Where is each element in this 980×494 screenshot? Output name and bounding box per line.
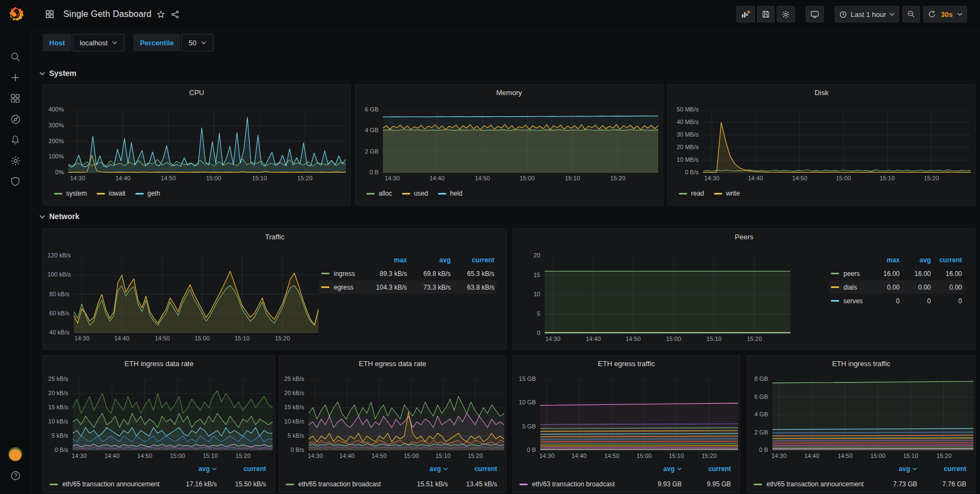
panel-title[interactable]: Peers xyxy=(513,233,975,241)
panel-title[interactable]: ETH ingress traffic xyxy=(747,360,975,368)
chevron-down-icon xyxy=(112,41,117,44)
series-color-dash xyxy=(714,193,722,195)
legend-item[interactable]: geth xyxy=(135,190,160,197)
legend-item[interactable]: read xyxy=(679,190,704,197)
legend-col-max[interactable]: max xyxy=(360,256,407,264)
panel-title[interactable]: ETH ingress data rate xyxy=(43,360,275,368)
legend-col-current[interactable]: current xyxy=(682,465,731,473)
legend-col-avg[interactable]: avg xyxy=(868,465,917,473)
peers-legend-table: max avg current peers 16.00 16.00 16.00 … xyxy=(829,253,964,308)
row-header-network[interactable]: Network xyxy=(39,212,79,221)
disk-legend: read write xyxy=(679,190,740,197)
panel-title[interactable]: ETH egress data rate xyxy=(279,360,506,368)
eth-egress-rate-chart[interactable]: 0 B/s5 kB/s10 kB/s15 kB/s20 kB/s25 kB/s1… xyxy=(282,379,504,460)
legend-col-avg[interactable]: avg xyxy=(399,465,448,473)
series-color-dash xyxy=(367,193,375,195)
legend-item[interactable]: used xyxy=(402,190,428,197)
legend-col-current[interactable]: current xyxy=(217,465,266,473)
legend-item[interactable]: write xyxy=(714,190,740,197)
percentile-variable-select[interactable]: 50 xyxy=(181,34,213,51)
search-icon[interactable] xyxy=(9,50,22,63)
add-panel-button[interactable] xyxy=(736,6,755,22)
y-axis-label: 0 B/s xyxy=(672,169,699,175)
eth-egress-traffic-chart[interactable]: 0 B5 GB10 GB15 GB14:3014:4014:5015:0015:… xyxy=(516,379,738,460)
legend-row: egress 104.3 kB/s 73.3 kB/s 63.8 kB/s xyxy=(319,280,497,294)
x-axis-label: 14:50 xyxy=(833,452,857,459)
refresh-button[interactable]: 30s xyxy=(923,6,967,22)
tv-mode-button[interactable] xyxy=(806,6,824,22)
legend-col-current[interactable]: current xyxy=(448,465,497,473)
dashboard-settings-button[interactable] xyxy=(777,6,795,22)
legend-col-avg[interactable]: avg xyxy=(900,256,931,264)
x-axis-label: 15:20 xyxy=(463,452,487,459)
x-axis-label: 15:00 xyxy=(190,335,214,342)
legend-col-current[interactable]: current xyxy=(917,465,966,473)
configuration-gear-icon[interactable] xyxy=(9,154,22,167)
legend-col-avg[interactable]: avg xyxy=(168,465,217,473)
grafana-logo-icon[interactable] xyxy=(7,5,23,23)
legend-row: dials 0.00 0.00 0.00 xyxy=(829,280,964,294)
y-axis-label: 15 kB/s xyxy=(282,404,304,410)
legend-header-row: max avg current xyxy=(319,253,497,267)
dashboard-squares-icon[interactable] xyxy=(43,7,57,21)
x-axis-label: 15:10 xyxy=(664,452,688,459)
panel-title[interactable]: Memory xyxy=(356,89,663,97)
legend-col-avg[interactable]: avg xyxy=(407,256,451,264)
x-axis-label: 14:30 xyxy=(535,452,559,459)
explore-compass-icon[interactable] xyxy=(9,113,22,126)
legend-col-avg[interactable]: avg xyxy=(633,465,682,473)
share-icon[interactable] xyxy=(168,7,182,21)
memory-chart[interactable]: 0 B2 GB4 GB6 GB14:3014:4014:5015:0015:10… xyxy=(360,110,658,183)
panel-title[interactable]: ETH egress traffic xyxy=(513,360,740,368)
y-axis-label: 4 GB xyxy=(360,127,379,133)
panel-title[interactable]: Traffic xyxy=(43,233,506,241)
x-axis-label: 15:20 xyxy=(293,175,317,181)
alerting-bell-icon[interactable] xyxy=(9,133,22,146)
series-color-dash xyxy=(519,484,528,485)
host-variable-select[interactable]: localhost xyxy=(73,34,125,51)
create-plus-icon[interactable] xyxy=(9,71,22,84)
x-axis-label: 14:30 xyxy=(66,175,90,181)
y-axis-label: 0 B xyxy=(516,446,536,453)
disk-chart[interactable]: 0 B/s10 MB/s20 MB/s30 MB/s40 MB/s50 MB/s… xyxy=(672,110,971,183)
y-axis-label: 20 kB/s xyxy=(46,390,68,396)
x-axis-label: 14:50 xyxy=(470,175,494,181)
traffic-chart[interactable]: 40 kB/s60 kB/s80 kB/s100 kB/s120 kB/s14:… xyxy=(48,256,318,343)
user-avatar[interactable] xyxy=(8,447,22,461)
dashboard-variables: Host localhost Percentile 50 xyxy=(43,34,214,51)
peers-chart[interactable]: 0510152014:3014:4014:5015:0015:1015:20 xyxy=(517,256,790,343)
time-range-picker[interactable]: Last 1 hour xyxy=(835,6,899,22)
navbar-actions: Last 1 hour 30s xyxy=(736,6,967,22)
zoom-out-time-button[interactable] xyxy=(902,6,920,22)
legend-col-current[interactable]: current xyxy=(451,256,494,264)
panel-eth-ingress-data-rate: ETH ingress data rate 0 B/s5 kB/s10 kB/s… xyxy=(43,355,275,493)
dashboards-icon[interactable] xyxy=(9,92,22,105)
y-axis-label: 15 kB/s xyxy=(46,404,68,410)
panel-title[interactable]: Disk xyxy=(668,89,975,97)
legend-item[interactable]: held xyxy=(438,190,463,197)
x-axis-label: 15:00 xyxy=(662,336,686,342)
y-axis-label: 60 kB/s xyxy=(48,310,69,316)
chart-canvas xyxy=(772,379,973,450)
y-axis-label: 120 kB/s xyxy=(48,252,69,258)
panel-title[interactable]: CPU xyxy=(43,89,350,97)
x-axis-label: 15:10 xyxy=(230,335,254,342)
y-axis-label: 10 kB/s xyxy=(46,418,68,425)
favorite-star-icon[interactable] xyxy=(154,7,168,21)
legend-item[interactable]: alloc xyxy=(367,190,392,197)
legend-row: eth/63 transaction broadcast 9.93 GB 9.9… xyxy=(519,477,731,491)
server-admin-shield-icon[interactable] xyxy=(9,175,22,188)
y-axis-label: 0% xyxy=(48,169,64,175)
row-header-system[interactable]: System xyxy=(39,69,76,78)
eth-ingress-rate-chart[interactable]: 0 B/s5 kB/s10 kB/s15 kB/s20 kB/s25 kB/s1… xyxy=(46,379,273,460)
legend-item[interactable]: system xyxy=(54,190,87,197)
y-axis-label: 20 MB/s xyxy=(672,144,699,150)
save-dashboard-button[interactable] xyxy=(757,6,775,22)
help-icon[interactable] xyxy=(9,469,22,482)
eth-ingress-traffic-chart[interactable]: 0 B2 GB4 GB6 GB8 GB14:3014:4014:5015:001… xyxy=(751,379,973,460)
legend-item[interactable]: iowait xyxy=(97,190,126,197)
cpu-chart[interactable]: 0%100%200%300%400%14:3014:4014:5015:0015… xyxy=(48,110,346,183)
legend-col-current[interactable]: current xyxy=(931,256,962,264)
legend-col-max[interactable]: max xyxy=(869,256,900,264)
chart-canvas xyxy=(74,256,318,333)
